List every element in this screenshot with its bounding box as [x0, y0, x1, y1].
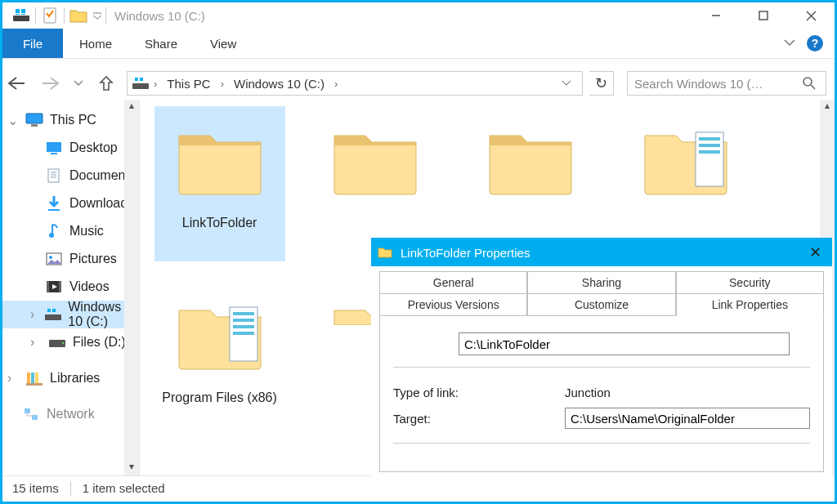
app-icon[interactable] [9, 4, 34, 27]
minimize-button[interactable] [692, 2, 740, 29]
view-tab[interactable]: View [194, 29, 253, 58]
window-controls [692, 2, 835, 29]
separator [35, 7, 36, 24]
separator [64, 7, 65, 24]
address-bar[interactable]: › This PC › Windows 10 (C:) › [127, 71, 583, 96]
tab-previous-versions[interactable]: Previous Versions [379, 293, 527, 316]
expand-icon[interactable]: › [30, 307, 38, 322]
up-button[interactable] [92, 69, 120, 97]
nav-pictures[interactable]: Pictures [2, 245, 139, 273]
tab-sharing[interactable]: Sharing [527, 271, 675, 294]
type-of-link-label: Type of link: [393, 386, 565, 399]
svg-rect-49 [233, 325, 254, 328]
separator [393, 367, 810, 368]
network-icon [22, 405, 40, 423]
folder-qat-icon[interactable] [66, 4, 91, 27]
search-placeholder: Search Windows 10 (… [628, 77, 803, 91]
nav-drive-d[interactable]: › Files (D:) [2, 328, 139, 356]
navpane-scrollbar[interactable]: ▴ ▾ [124, 100, 139, 475]
nav-desktop[interactable]: Desktop [2, 134, 139, 162]
folder-label: LinkToFolder [182, 216, 257, 230]
refresh-button[interactable]: ↻ [589, 71, 614, 96]
nav-downloads[interactable]: Downloads [2, 190, 139, 217]
breadcrumb-drive[interactable]: Windows 10 (C:) [227, 72, 331, 95]
scroll-up-icon[interactable]: ▴ [820, 100, 835, 114]
separator [393, 443, 810, 444]
nav-label: Network [47, 407, 95, 421]
folder-icon [378, 246, 392, 259]
expand-icon[interactable]: › [7, 371, 19, 386]
folder-linktofolder[interactable]: LinkToFolder [154, 106, 285, 261]
svg-point-24 [49, 233, 54, 238]
svg-rect-32 [47, 309, 51, 312]
svg-rect-2 [21, 9, 25, 13]
ribbon-expand-icon[interactable] [784, 39, 795, 47]
tab-general[interactable]: General [379, 271, 527, 294]
tab-customize[interactable]: Customize [527, 293, 675, 316]
properties-qat-icon[interactable] [38, 4, 62, 27]
drive-icon [45, 306, 61, 323]
tab-link-properties[interactable]: Link Properties [676, 293, 824, 316]
folder-with-doc-icon [171, 292, 269, 374]
search-icon[interactable] [803, 77, 826, 90]
type-of-link-value: Junction [565, 386, 611, 399]
tab-security[interactable]: Security [676, 271, 824, 294]
svg-rect-16 [31, 124, 38, 127]
nav-documents[interactable]: Documents [2, 162, 139, 190]
history-dropdown-icon[interactable] [71, 69, 86, 97]
dialog-close-button[interactable]: ✕ [798, 243, 832, 261]
folder-icon [171, 118, 269, 199]
chevron-right-icon[interactable]: › [217, 78, 227, 90]
svg-line-14 [811, 85, 815, 89]
maximize-button[interactable] [740, 2, 787, 29]
help-icon[interactable]: ? [807, 35, 823, 51]
nav-music[interactable]: Music [2, 217, 139, 245]
home-tab[interactable]: Home [63, 29, 128, 58]
tab-panel-link-properties: Type of link: Junction Target: [379, 316, 824, 472]
svg-rect-38 [35, 372, 38, 384]
expand-icon[interactable]: ⌄ [7, 113, 19, 128]
quick-access-toolbar [9, 4, 108, 27]
svg-rect-4 [21, 14, 25, 15]
svg-rect-10 [132, 83, 149, 89]
folder-program-files-x86[interactable]: Program Files (x86) [154, 281, 285, 436]
nav-drive-c[interactable]: › Windows 10 (C:) [2, 301, 139, 328]
nav-this-pc[interactable]: ⌄ This PC [2, 106, 139, 134]
forward-button[interactable] [37, 69, 65, 97]
scroll-up-icon[interactable]: ▴ [124, 100, 139, 114]
back-button[interactable] [2, 69, 30, 97]
chevron-right-icon[interactable]: › [150, 78, 160, 90]
svg-rect-37 [31, 372, 34, 384]
folder-icon [326, 118, 424, 199]
drive-icon [48, 333, 66, 351]
nav-label: Libraries [50, 371, 100, 386]
close-button[interactable] [787, 2, 835, 29]
svg-rect-31 [45, 314, 61, 320]
dialog-titlebar[interactable]: LinkToFolder Properties ✕ [371, 239, 832, 266]
breadcrumb-this-pc[interactable]: This PC [160, 72, 217, 95]
svg-rect-15 [26, 114, 43, 123]
svg-rect-47 [233, 312, 254, 315]
target-input[interactable] [565, 408, 810, 429]
svg-rect-36 [27, 372, 30, 384]
link-path-input[interactable] [459, 332, 790, 355]
qat-dropdown-icon[interactable] [91, 4, 104, 27]
svg-point-26 [49, 256, 52, 259]
window-titlebar: Windows 10 (C:) [2, 2, 835, 29]
downloads-icon [45, 194, 63, 212]
expand-icon[interactable]: › [30, 335, 42, 350]
svg-rect-19 [48, 169, 59, 182]
search-box[interactable]: Search Windows 10 (… [627, 71, 826, 96]
nav-videos[interactable]: Videos [2, 273, 139, 301]
address-dropdown-icon[interactable] [562, 80, 582, 87]
file-tab[interactable]: File [2, 29, 63, 58]
nav-network[interactable]: Network [2, 400, 139, 428]
svg-rect-43 [699, 137, 720, 140]
share-tab[interactable]: Share [128, 29, 194, 58]
folder-icon [481, 118, 580, 199]
scroll-down-icon[interactable]: ▾ [124, 461, 139, 475]
chevron-right-icon[interactable]: › [331, 78, 341, 90]
svg-rect-39 [26, 383, 43, 386]
ribbon-tabs: File Home Share View ? [2, 29, 835, 59]
nav-libraries[interactable]: › Libraries [2, 364, 139, 392]
